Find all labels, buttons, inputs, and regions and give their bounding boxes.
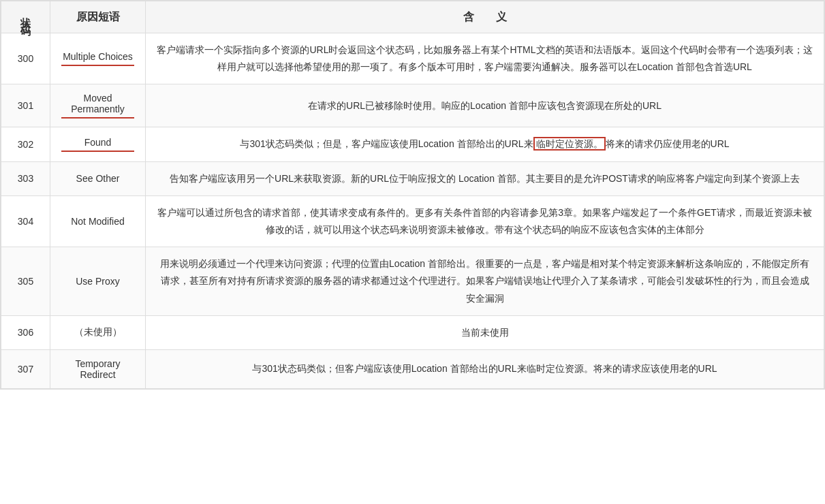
meaning-304: 客户端可以通过所包含的请求首部，使其请求变成有条件的。更多有关条件首部的内容请参…	[146, 195, 824, 247]
meaning-305: 用来说明必须通过一个代理来访问资源；代理的位置由Location 首部给出。很重…	[146, 247, 824, 316]
reason-phrase-301: MovedPermanently	[50, 84, 146, 127]
status-code-300: 300	[1, 33, 50, 84]
header-status-code: 状态码	[1, 1, 50, 33]
table-row: 304 Not Modified 客户端可以通过所包含的请求首部，使其请求变成有…	[1, 195, 824, 247]
status-code-303: 303	[1, 161, 50, 195]
reason-phrase-304: Not Modified	[50, 195, 146, 247]
table-row: 303 See Other 告知客户端应该用另一个URL来获取资源。新的URL位…	[1, 161, 824, 195]
reason-phrase-302: Found	[50, 127, 146, 161]
reason-phrase-300: Multiple Choices	[50, 33, 146, 84]
meaning-302: 与301状态码类似；但是，客户端应该使用Location 首部给出的URL来临时…	[146, 127, 824, 161]
status-code-304: 304	[1, 195, 50, 247]
table-row: 307 TemporaryRedirect 与301状态码类似；但客户端应该使用…	[1, 349, 824, 388]
status-code-301: 301	[1, 84, 50, 127]
meaning-303: 告知客户端应该用另一个URL来获取资源。新的URL位于响应报文的 Locatio…	[146, 161, 824, 195]
table-row: 302 Found 与301状态码类似；但是，客户端应该使用Location 首…	[1, 127, 824, 161]
meaning-300: 客户端请求一个实际指向多个资源的URL时会返回这个状态码，比如服务器上有某个HT…	[146, 33, 824, 84]
table-row: 301 MovedPermanently 在请求的URL已被移除时使用。响应的L…	[1, 84, 824, 127]
status-code-307: 307	[1, 349, 50, 388]
highlight-text-302: 临时定位资源。	[533, 137, 606, 151]
status-code-302: 302	[1, 127, 50, 161]
meaning-301: 在请求的URL已被移除时使用。响应的Location 首部中应该包含资源现在所处…	[146, 84, 824, 127]
reason-phrase-307: TemporaryRedirect	[50, 349, 146, 388]
table-row: 300 Multiple Choices 客户端请求一个实际指向多个资源的URL…	[1, 33, 824, 84]
reason-phrase-303: See Other	[50, 161, 146, 195]
reason-phrase-305: Use Proxy	[50, 247, 146, 316]
meaning-307: 与301状态码类似；但客户端应该使用Location 首部给出的URL来临时定位…	[146, 349, 824, 388]
reason-phrase-306: （未使用）	[50, 315, 146, 349]
header-meaning: 含 义	[146, 1, 824, 33]
status-code-306: 306	[1, 315, 50, 349]
table-row: 306 （未使用） 当前未使用	[1, 315, 824, 349]
status-code-305: 305	[1, 247, 50, 316]
meaning-306: 当前未使用	[146, 315, 824, 349]
header-reason-phrase: 原因短语	[50, 1, 146, 33]
table-row: 305 Use Proxy 用来说明必须通过一个代理来访问资源；代理的位置由Lo…	[1, 247, 824, 316]
